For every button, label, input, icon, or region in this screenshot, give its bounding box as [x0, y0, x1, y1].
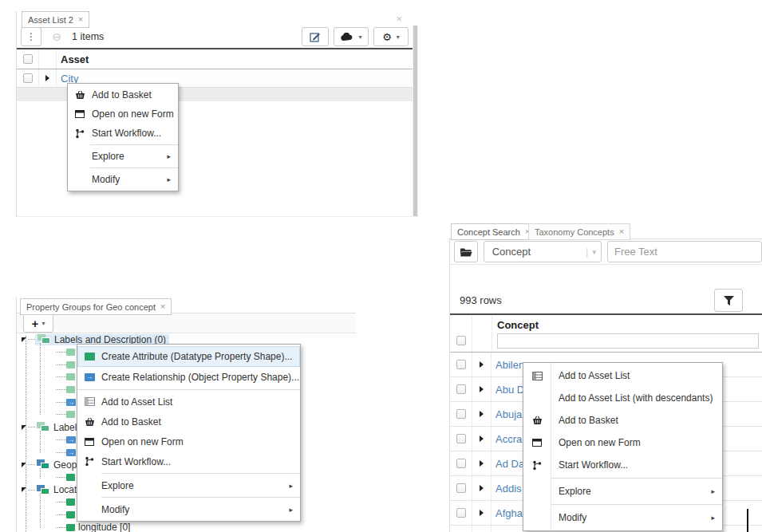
submenu-arrow-icon: ▸	[711, 514, 715, 522]
menu-item-label: Start Workflow...	[559, 459, 628, 471]
select-all-checkbox[interactable]	[456, 336, 466, 345]
free-text-input[interactable]	[607, 241, 762, 262]
menu-separator	[90, 167, 178, 168]
submenu-arrow-icon: ▸	[711, 487, 715, 495]
tab-concept-search[interactable]: Concept Search ×	[451, 223, 536, 240]
more-actions-button[interactable]: ⋮	[21, 27, 41, 46]
menu-item-add-to-asset-list[interactable]: Add to Asset List	[523, 365, 722, 387]
tab-close-icon[interactable]: ×	[160, 302, 165, 311]
items-count: 1 items	[72, 31, 104, 42]
row-checkbox[interactable]	[456, 360, 466, 369]
tab-property-groups[interactable]: Property Groups for Geo concept ×	[20, 298, 172, 315]
menu-item-label: Explore	[92, 151, 124, 162]
row-checkbox[interactable]	[23, 73, 33, 83]
tab-close-icon[interactable]: ×	[619, 227, 624, 236]
attribute-icon	[66, 499, 75, 506]
menu-item-label: Create Relationship (Object Property Sha…	[101, 372, 299, 383]
tree-node-label: Locati	[53, 484, 79, 495]
scrollbar-thumb[interactable]	[413, 26, 417, 216]
menu-item-label: Modify	[92, 174, 120, 185]
menu-separator	[101, 473, 300, 474]
menu-item-add-to-basket[interactable]: Add to Basket	[523, 409, 722, 432]
column-header: Concept	[497, 319, 539, 331]
panel-close-icon[interactable]: ×	[396, 13, 402, 25]
workflow-icon	[77, 456, 101, 467]
menu-item-start-workflow[interactable]: Start Workflow...	[77, 451, 300, 471]
menu-item-add-to-basket[interactable]: Add to Basket	[68, 85, 178, 104]
row-checkbox[interactable]	[456, 409, 466, 419]
concept-link[interactable]: Accra	[495, 433, 522, 445]
menu-item-label: Start Workflow...	[101, 456, 171, 467]
row-expander-icon[interactable]	[480, 460, 484, 467]
submenu-arrow-icon: ▸	[289, 482, 293, 490]
menu-item-explore[interactable]: Explore ▸	[68, 147, 178, 166]
menu-item-label: Add to Asset List	[101, 396, 172, 408]
asset-list-icon	[77, 397, 101, 406]
tab-asset-list-2[interactable]: Asset List 2 ×	[22, 11, 89, 28]
row-checkbox[interactable]	[456, 459, 466, 468]
tree-node[interactable]: longitude [0]	[17, 521, 356, 532]
column-filter-input[interactable]	[497, 333, 759, 349]
menu-item-open-on-new-form[interactable]: Open on new Form	[77, 432, 300, 451]
menu-item-start-workflow[interactable]: Start Workflow...	[523, 454, 722, 476]
row-expander-icon[interactable]	[480, 361, 484, 368]
attribute-icon	[77, 353, 101, 361]
row-expander-icon[interactable]	[480, 435, 484, 442]
row-expander-icon[interactable]	[45, 75, 49, 81]
concept-link[interactable]: Abuja	[495, 408, 522, 420]
menu-item-label: Add to Asset List	[559, 370, 630, 381]
row-expander-icon[interactable]	[480, 485, 484, 491]
pencil-square-icon	[310, 31, 321, 42]
menu-item-explore[interactable]: Explore ▸	[523, 480, 722, 502]
relationship-icon: →	[66, 399, 76, 406]
menu-item-modify[interactable]: Modify ▸	[77, 499, 300, 519]
create-button[interactable]: + ▾	[23, 313, 53, 333]
select-all-checkbox[interactable]	[23, 54, 33, 64]
menu-item-modify[interactable]: Modify ▸	[523, 506, 722, 529]
row-expander-icon[interactable]	[480, 386, 484, 392]
edit-button[interactable]	[302, 27, 329, 46]
menu-item-explore[interactable]: Explore ▸	[77, 475, 300, 495]
tab-taxonomy-concepts[interactable]: Taxonomy Concepts ×	[528, 223, 630, 240]
attribute-icon	[66, 474, 75, 481]
chevron-down-icon: ▾	[358, 33, 361, 41]
attribute-icon	[66, 386, 75, 393]
row-checkbox[interactable]	[456, 384, 466, 394]
row-checkbox[interactable]	[456, 483, 466, 493]
open-saved-search-button[interactable]	[454, 241, 478, 262]
select-divider: |	[586, 246, 588, 258]
attribute-icon	[66, 524, 75, 531]
menu-item-add-to-asset-list-descendants[interactable]: Add to Asset List (with descendants)	[523, 387, 722, 409]
row-expander-icon[interactable]	[480, 411, 484, 417]
menu-item-add-to-basket[interactable]: Add to Basket	[77, 412, 300, 432]
menu-item-create-attribute[interactable]: Create Attribute (Datatype Property Shap…	[77, 346, 300, 367]
menu-item-modify[interactable]: Modify ▸	[68, 170, 178, 189]
row-expander-icon[interactable]	[480, 510, 484, 516]
table-header-row: Asset	[17, 49, 413, 69]
search-type-select[interactable]: Concept | ▾	[484, 241, 602, 262]
attribute-icon	[66, 361, 75, 368]
settings-menu-button[interactable]: ⚙ ▾	[373, 27, 409, 46]
asset-list-toolbar: ⋮ ⊖ 1 items ▾ ⚙	[17, 26, 413, 48]
tab-close-icon[interactable]: ×	[78, 15, 83, 24]
menu-item-open-on-new-form[interactable]: Open on new Form	[523, 432, 722, 454]
folder-icon	[460, 247, 472, 257]
menu-item-create-relationship[interactable]: → Create Relationship (Object Property S…	[77, 367, 300, 388]
menu-item-start-workflow[interactable]: Start Workflow...	[68, 124, 178, 143]
row-checkbox[interactable]	[456, 434, 466, 443]
row-checkbox[interactable]	[456, 508, 466, 518]
funnel-icon	[723, 295, 735, 306]
cloud-menu-button[interactable]: ▾	[334, 27, 369, 46]
relationship-icon: →	[66, 449, 76, 456]
remove-item-icon[interactable]: ⊖	[46, 30, 67, 43]
filter-button[interactable]	[714, 289, 743, 312]
property-group-icon	[37, 459, 50, 470]
vertical-scrollbar[interactable]	[413, 26, 418, 216]
menu-item-label: Add to Basket	[559, 415, 618, 426]
menu-item-label: Add to Basket	[101, 416, 161, 428]
chevron-down-icon: ▾	[592, 248, 596, 256]
menu-item-open-on-new-form[interactable]: Open on new Form	[68, 104, 178, 124]
workflow-icon	[523, 460, 551, 471]
menu-item-label: Open on new Form	[92, 108, 174, 120]
menu-item-add-to-asset-list[interactable]: Add to Asset List	[77, 392, 300, 412]
